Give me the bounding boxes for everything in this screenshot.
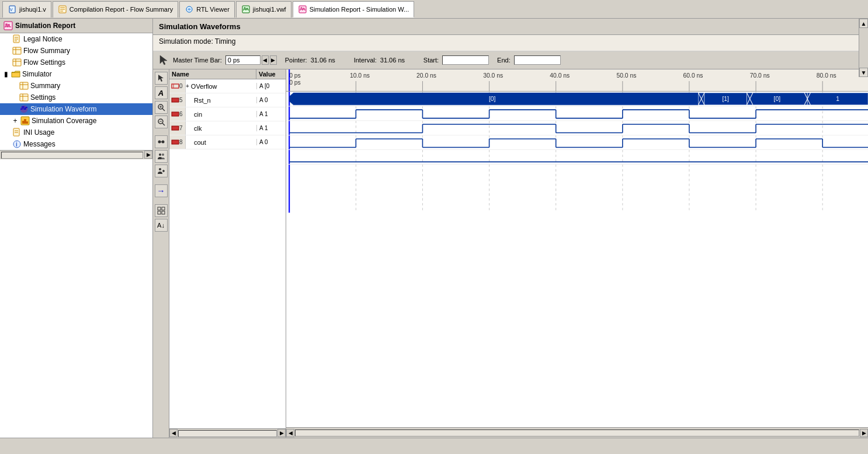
signal-header: Name Value — [169, 69, 286, 79]
sim-mode-text: Simulation mode: Timing — [159, 37, 235, 46]
signal-name-7: clk — [186, 125, 256, 132]
svg-text:[1]: [1] — [722, 96, 729, 102]
svg-rect-14 — [13, 47, 21, 54]
sidebar-item-flowsettings[interactable]: Flow Settings — [0, 57, 152, 68]
vertical-toolbar: A → — [153, 69, 169, 438]
tab-compilation[interactable]: Compilation Report - Flow Summary — [53, 1, 178, 18]
sidebar-item-simcoverage[interactable]: + Simulation Coverage — [0, 115, 152, 127]
signal-name-8: cout — [186, 139, 256, 146]
sidebar-item-messages[interactable]: i Messages — [0, 138, 152, 150]
interval-label: Interval: — [354, 57, 377, 64]
sidebar-item-settings[interactable]: Settings — [0, 92, 152, 103]
tab-jishuqi1v[interactable]: V jishuqi1.v — [2, 1, 51, 18]
folder-icon-simulator — [11, 69, 21, 79]
sim-icon — [298, 5, 307, 14]
zoom-out-btn[interactable] — [155, 116, 168, 128]
wave-signals: [0] [1] [0] 1 — [286, 92, 868, 427]
sidebar-item-summary-label: Summary — [30, 82, 60, 90]
svg-text:[0]: [0] — [774, 96, 781, 102]
scroll-up-btn[interactable]: ▲ — [859, 19, 868, 28]
interval-value: 31.06 ns — [380, 57, 415, 64]
sidebar-item-legal[interactable]: Legal Notice — [0, 33, 152, 45]
sidebar-item-legal-label: Legal Notice — [23, 35, 63, 43]
grid-btn[interactable] — [155, 204, 168, 217]
svg-text:0 ps: 0 ps — [289, 72, 301, 79]
svg-text:V: V — [10, 8, 13, 12]
tab-vwf[interactable]: jishuqi1.vwf — [236, 1, 291, 18]
wave-scroll-right[interactable]: ▶ — [860, 429, 868, 437]
people-btn[interactable] — [155, 150, 168, 163]
sidebar-item-summary[interactable]: Summary — [0, 80, 152, 92]
sidebar-item-simwaveform-label: Simulation Waveform — [30, 105, 97, 113]
master-time-bar-input[interactable] — [225, 55, 261, 65]
svg-text:20.0 ns: 20.0 ns — [416, 72, 436, 79]
start-label: Start: — [423, 57, 439, 64]
sidebar-item-flowsettings-label: Flow Settings — [23, 58, 65, 67]
sidebar-item-settings-label: Settings — [30, 93, 55, 102]
waveform-body: A → — [153, 69, 868, 438]
svg-text:60.0 ns: 60.0 ns — [683, 72, 703, 79]
svg-text:0 ps: 0 ps — [289, 79, 301, 86]
signal-panel-scrollbar[interactable]: ◀ ▶ — [169, 428, 286, 438]
svg-rect-7 — [242, 6, 249, 13]
time-bar-right-btn[interactable]: ▶ — [270, 55, 277, 65]
sidebar-item-messages-label: Messages — [23, 140, 55, 148]
signal-num-0: 0 — [169, 79, 186, 93]
person-plus-btn[interactable] — [155, 165, 168, 177]
tab-bar: V jishuqi1.v Compilation Report - Flow S… — [0, 0, 868, 19]
snap-btn[interactable] — [155, 135, 168, 148]
master-time-bar-input-group: ◀ ▶ — [225, 55, 277, 65]
cursor-icon — [157, 53, 171, 67]
start-input[interactable] — [442, 55, 489, 65]
master-time-bar-label: Master Time Bar: — [173, 57, 222, 64]
signal-row-7[interactable]: 7 clk A 1 — [169, 121, 286, 135]
svg-rect-54 — [172, 98, 179, 102]
tab-simreport[interactable]: Simulation Report - Simulation W... — [293, 1, 415, 18]
svg-rect-20 — [20, 82, 28, 89]
scroll-right-btn[interactable]: ▶ — [277, 429, 286, 437]
toggle-minus-simulator[interactable]: ▮ — [2, 70, 9, 78]
waveform-controls: Master Time Bar: ◀ ▶ Pointer: 31.06 ns I… — [153, 51, 868, 69]
zoom-tool-btn[interactable] — [155, 101, 168, 114]
signal-hscroll[interactable] — [178, 430, 277, 437]
sidebar-item-flowsummary[interactable]: Flow Summary — [0, 45, 152, 57]
sidebar-scrollbar[interactable]: ▶ — [0, 150, 152, 159]
svg-rect-55 — [172, 112, 179, 116]
scroll-down-btn[interactable]: ▼ — [859, 68, 868, 77]
signal-num-7: 7 — [169, 121, 186, 135]
toggle-plus-coverage[interactable]: + — [12, 117, 19, 125]
text-tool-btn[interactable]: A — [155, 86, 168, 99]
tab-rtlviewer[interactable]: RTL Viewer — [179, 1, 235, 18]
time-bar-left-btn[interactable]: ◀ — [262, 55, 269, 65]
sidebar-item-simulator[interactable]: ▮ Simulator — [0, 68, 152, 80]
scroll-left-btn[interactable]: ◀ — [169, 429, 178, 437]
svg-line-34 — [162, 109, 165, 111]
wave-icon — [19, 104, 29, 114]
signal-row-0[interactable]: 0 + OVerflow A [0 — [169, 79, 286, 93]
end-input[interactable] — [514, 55, 561, 65]
sidebar-item-simcoverage-label: Simulation Coverage — [32, 117, 96, 125]
signal-num-6: 6 — [169, 107, 186, 121]
expand-arrow-0[interactable]: + — [186, 83, 189, 89]
table-icon-flowsettings — [12, 58, 22, 67]
wave-signals-svg: [0] [1] [0] 1 — [286, 92, 868, 427]
signal-row-6[interactable]: 6 cin A 1 — [169, 107, 286, 121]
sidebar-item-simulator-label: Simulator — [22, 70, 52, 78]
end-label: End: — [497, 57, 511, 64]
sidebar-item-simwaveform[interactable]: Simulation Waveform — [0, 103, 152, 115]
svg-text:10.0 ns: 10.0 ns — [350, 72, 370, 79]
arrow-btn[interactable]: → — [155, 184, 168, 197]
svg-text:50.0 ns: 50.0 ns — [616, 72, 636, 79]
sort-btn[interactable]: A↓ — [155, 219, 168, 232]
signal-num-8: 8 — [169, 135, 186, 149]
signal-row-5[interactable]: 5 Rst_n A 0 — [169, 93, 286, 107]
signal-row-8[interactable]: 8 cout A 0 — [169, 135, 286, 149]
wave-scroll-left[interactable]: ◀ — [286, 429, 294, 437]
select-tool-btn[interactable] — [155, 72, 168, 85]
signal-val-5: A 0 — [256, 97, 286, 103]
wave-hscroll[interactable] — [295, 429, 859, 436]
svg-point-44 — [162, 153, 164, 156]
sidebar-item-iniusage[interactable]: INI Usage — [0, 127, 152, 138]
signal-panel: Name Value 0 + OVerflow A — [169, 69, 286, 438]
signal-val-7: A 1 — [256, 125, 286, 131]
